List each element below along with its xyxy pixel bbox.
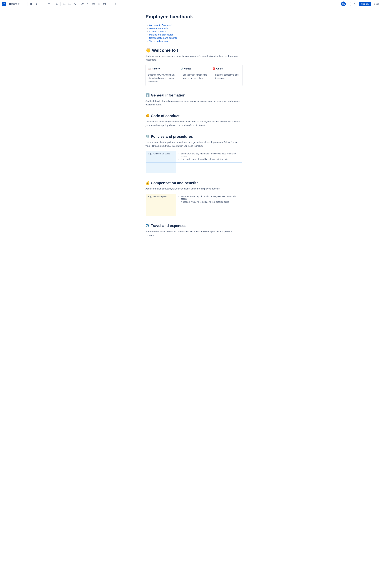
history-button[interactable] (353, 1, 357, 6)
values-card-body: List the values that define your company… (180, 73, 208, 80)
link-button[interactable] (80, 1, 85, 6)
compensation-heading: 💰 Compensation and benefits (146, 181, 242, 185)
bullet-list-button[interactable] (62, 1, 67, 6)
history-icon (354, 2, 356, 5)
close-button[interactable]: Close (372, 2, 380, 6)
policy-item-1: Summarize the key information employees … (181, 153, 240, 157)
svg-point-25 (98, 3, 100, 5)
svg-rect-16 (69, 4, 71, 5)
benefits-table-left-2 (146, 205, 176, 211)
task-list-button[interactable] (73, 1, 78, 6)
align-button[interactable] (47, 1, 52, 6)
emoji-button[interactable] (97, 1, 101, 6)
numbered-list-button[interactable]: 1. 2. 3. (67, 1, 72, 6)
svg-rect-2 (48, 3, 50, 4)
more-options-button[interactable]: ··· (381, 1, 386, 6)
chevron-down-icon (20, 3, 21, 4)
policy-item-2: If needed, type /link to add a link to a… (181, 158, 240, 160)
svg-point-5 (63, 3, 64, 3)
benefits-table-right-1: Summarize the key information employees … (176, 194, 242, 205)
link-icon (81, 3, 84, 5)
policies-heading: 🛡️ Policies and procedures (146, 134, 242, 139)
welcome-description: Add a welcome message and describe your … (146, 54, 242, 62)
mention-button[interactable] (91, 1, 96, 6)
svg-rect-1 (48, 3, 51, 3)
emoji-icon (98, 3, 100, 5)
toc-link-compensation[interactable]: Compensation and benefits (149, 37, 177, 39)
history-card-body: Describe how your company started and gr… (148, 73, 175, 83)
policy-table-right-2 (176, 163, 242, 168)
travel-section: ✈️ Travel and expenses Add business trav… (146, 224, 242, 237)
toolbar-divider-4 (60, 2, 61, 6)
policy-table-row-3 (146, 168, 242, 174)
policies-table: e.g., Paid time off policy Summarize the… (146, 151, 242, 174)
svg-rect-28 (103, 3, 105, 5)
benefits-item-1: Summarize the key information employees … (181, 195, 240, 200)
bold-button[interactable]: B (29, 1, 33, 6)
policy-table-right-3 (176, 168, 242, 174)
confluence-logo (2, 2, 6, 6)
policies-description: List and describe the policies, procedur… (146, 140, 242, 148)
numbered-list-icon: 1. 2. 3. (69, 3, 71, 5)
benefits-table-row-3 (146, 211, 242, 216)
toolbar-divider-5 (79, 2, 79, 6)
code-of-conduct-section: 👊 Code of conduct Describe the behavior … (146, 114, 242, 127)
svg-point-26 (98, 3, 99, 4)
toolbar-divider-2 (46, 2, 46, 6)
svg-rect-12 (69, 3, 71, 3)
travel-heading: ✈️ Travel and expenses (146, 224, 242, 228)
toc-item-policies: Policies and procedures (149, 33, 242, 36)
svg-rect-8 (64, 4, 66, 4)
page-title: Employee handbook (146, 14, 242, 20)
toc-link-conduct[interactable]: Code of conduct (149, 30, 166, 33)
svg-rect-10 (64, 4, 66, 5)
toc-item-conduct: Code of conduct (149, 30, 242, 33)
code-of-conduct-description: Describe the behavior your company expec… (146, 120, 242, 127)
svg-point-27 (99, 3, 99, 4)
goals-emoji: 🎯 (213, 67, 215, 70)
benefits-table-row-1: e.g., Insurance plans Summarize the key … (146, 194, 242, 205)
policies-emoji: 🛡️ (146, 134, 150, 138)
toolbar-divider-1 (27, 2, 27, 6)
toc-link-welcome[interactable]: Welcome to Company! (149, 24, 172, 27)
svg-point-9 (63, 4, 64, 5)
svg-rect-20 (75, 4, 76, 4)
more-format-button[interactable]: ··· (40, 1, 44, 6)
toc-link-general[interactable]: General information (149, 27, 169, 29)
publish-button[interactable]: Publish (359, 2, 371, 6)
goals-item-1: List your company's long-term goals (215, 73, 240, 80)
layout-button[interactable] (107, 1, 112, 6)
svg-rect-0 (2, 2, 6, 6)
heading-selector-label: Heading 2 (9, 3, 19, 5)
benefits-table-left-3 (146, 211, 176, 216)
toolbar-divider-3 (53, 2, 53, 6)
values-card: ⚖️ Values List the values that define yo… (178, 65, 210, 86)
toc-link-policies[interactable]: Policies and procedures (149, 33, 173, 36)
toolbar-right: CK + Publish Close ··· (341, 1, 386, 6)
italic-button[interactable]: I (34, 1, 39, 6)
mention-icon (92, 3, 95, 5)
compensation-emoji: 💰 (146, 181, 150, 185)
toc-item-travel: Travel and expenses (149, 40, 242, 42)
policy-table-left-3 (146, 168, 176, 174)
svg-rect-4 (48, 5, 50, 5)
benefits-item-2: If needed, type /link to add a link to a… (181, 201, 240, 203)
values-item-1: List the values that define your company… (183, 73, 208, 80)
policies-section: 🛡️ Policies and procedures List and desc… (146, 134, 242, 174)
add-collaborator-button[interactable]: + (347, 2, 351, 6)
image-button[interactable] (86, 1, 91, 6)
policy-table-left-1: e.g., Paid time off policy (146, 151, 176, 163)
table-button[interactable] (102, 1, 107, 6)
compensation-description: Add information about payroll, stock opt… (146, 187, 242, 190)
svg-text:3.: 3. (69, 4, 69, 5)
insert-button[interactable]: + (113, 1, 118, 6)
toc-link-travel[interactable]: Travel and expenses (149, 40, 170, 42)
layout-icon (109, 3, 111, 5)
text-color-button[interactable]: A (54, 1, 59, 6)
heading-selector[interactable]: Heading 2 (8, 2, 26, 6)
policy-table-left-2 (146, 163, 176, 168)
content-area: Employee handbook Welcome to Company! Ge… (136, 8, 252, 256)
svg-rect-6 (64, 3, 66, 3)
toolbar: Heading 2 B I ··· A (0, 0, 388, 8)
goals-card: 🎯 Goals List your company's long-term go… (210, 65, 242, 86)
